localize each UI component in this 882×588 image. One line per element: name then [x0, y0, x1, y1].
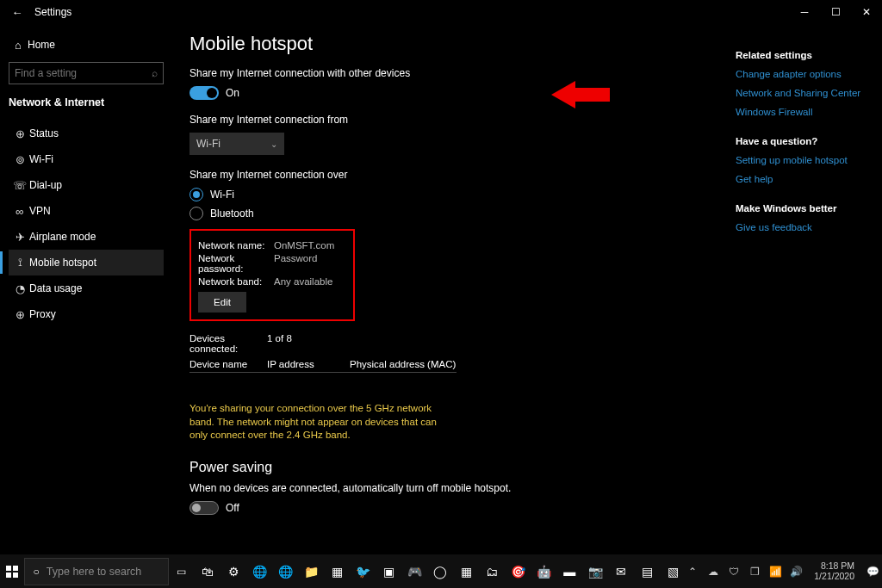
taskbar-app-icon[interactable]: 📁	[299, 558, 323, 585]
home-button[interactable]: ⌂ Home	[9, 33, 164, 57]
window-title: Settings	[34, 6, 71, 18]
nav-wifi[interactable]: ⊚ Wi-Fi	[9, 146, 164, 172]
nav-hotspot[interactable]: ⟟ Mobile hotspot	[9, 250, 164, 275]
task-view-button[interactable]: ▭	[169, 566, 194, 578]
taskbar-app-icon[interactable]: ▦	[454, 558, 478, 585]
link-feedback[interactable]: Give us feedback	[736, 222, 882, 232]
taskbar-search-placeholder: Type here to search	[47, 566, 141, 578]
tray-icon[interactable]: 🛡	[726, 566, 742, 578]
toggle-state: On	[226, 87, 239, 99]
taskbar-app-icon[interactable]: ✉	[609, 558, 633, 585]
nav-label: VPN	[29, 205, 51, 217]
search-input[interactable]	[15, 67, 135, 79]
taskbar-app-icon[interactable]: ⚙	[221, 558, 245, 585]
nav-label: Data usage	[29, 282, 82, 294]
vpn-icon: ∞	[10, 205, 29, 218]
toggle-state: Off	[226, 502, 239, 514]
nav-airplane[interactable]: ✈ Airplane mode	[9, 224, 164, 250]
nav-label: Status	[29, 127, 59, 139]
nav-vpn[interactable]: ∞ VPN	[9, 198, 164, 224]
net-password-label: Network password:	[198, 253, 274, 274]
link-setup-hotspot[interactable]: Setting up mobile hotspot	[736, 155, 882, 165]
link-sharing-center[interactable]: Network and Sharing Center	[736, 88, 882, 98]
status-icon: ⊕	[10, 127, 29, 140]
search-icon: ⌕	[152, 67, 158, 79]
net-name-value: OnMSFT.com	[274, 240, 334, 251]
link-get-help[interactable]: Get help	[736, 174, 882, 184]
tray-icon[interactable]: ⌃	[685, 566, 700, 578]
nav-proxy[interactable]: ⊕ Proxy	[9, 301, 164, 327]
from-dropdown[interactable]: Wi-Fi ⌄	[189, 133, 284, 155]
power-saving-toggle[interactable]: Off	[189, 501, 865, 515]
radio-label: Wi-Fi	[210, 189, 234, 201]
back-button[interactable]: ←	[9, 6, 26, 19]
tray-volume-icon[interactable]: 🔊	[788, 566, 804, 578]
dropdown-value: Wi-Fi	[196, 138, 220, 150]
minimize-button[interactable]: ─	[789, 0, 820, 24]
nav-dialup[interactable]: ☏ Dial-up	[9, 172, 164, 198]
link-firewall[interactable]: Windows Firewall	[736, 107, 882, 117]
taskbar-app-icon[interactable]: 🗂	[480, 558, 504, 585]
taskbar-app-icon[interactable]: 🎯	[506, 558, 530, 585]
hotspot-icon: ⟟	[10, 256, 29, 269]
search-settings[interactable]: ⌕	[9, 62, 164, 84]
network-info-box: Network name: OnMSFT.com Network passwor…	[189, 229, 355, 321]
radio-label: Bluetooth	[210, 207, 254, 220]
taskbar-app-icon[interactable]: 🤖	[531, 558, 556, 585]
taskbar-app-icon[interactable]: 🛍	[196, 558, 220, 585]
taskbar-app-icon[interactable]: ▣	[376, 558, 401, 585]
taskbar-app-icon[interactable]: ▦	[325, 558, 349, 585]
link-adapter[interactable]: Change adapter options	[736, 69, 882, 79]
svg-marker-0	[551, 81, 610, 108]
power-saving-title: Power saving	[189, 460, 865, 475]
col-device-name: Device name	[189, 359, 267, 369]
windows-icon	[6, 566, 18, 578]
taskbar-clock[interactable]: 8:18 PM 1/21/2020	[809, 561, 860, 581]
nav-datausage[interactable]: ◔ Data usage	[9, 275, 164, 301]
taskbar: ○ Type here to search ▭ 🛍 ⚙ 🌐 🌐 📁 ▦ 🐦 ▣ …	[0, 554, 882, 588]
net-band-value: Any available	[274, 276, 332, 287]
taskbar-app-icon[interactable]: 🌐	[273, 558, 297, 585]
notifications-icon[interactable]: 💬	[865, 566, 880, 578]
nav-label: Proxy	[29, 308, 56, 320]
start-button[interactable]	[0, 554, 24, 588]
taskbar-app-icon[interactable]: 📷	[583, 558, 607, 585]
taskbar-app-icon[interactable]: ▧	[661, 558, 685, 585]
taskbar-search[interactable]: ○ Type here to search	[24, 558, 170, 585]
nav-label: Wi-Fi	[29, 153, 53, 165]
taskbar-app-icon[interactable]: ▤	[635, 558, 659, 585]
question-title: Have a question?	[736, 136, 882, 146]
datausage-icon: ◔	[10, 282, 29, 295]
power-saving-label: When no devices are connected, automatic…	[189, 482, 865, 494]
radio-icon	[189, 188, 203, 201]
airplane-icon: ✈	[10, 231, 29, 244]
device-table-header: Device name IP address Physical address …	[189, 359, 457, 373]
taskbar-app-icon[interactable]: ▬	[557, 558, 581, 585]
tray-wifi-icon[interactable]: 📶	[767, 566, 783, 578]
net-name-label: Network name:	[198, 240, 274, 251]
devices-connected-label: Devices connected:	[189, 333, 267, 354]
maximize-button[interactable]: ☐	[820, 0, 851, 24]
col-ip: IP address	[267, 359, 350, 369]
nav-label: Mobile hotspot	[29, 257, 96, 269]
nav-status[interactable]: ⊕ Status	[9, 121, 164, 146]
edit-button[interactable]: Edit	[198, 292, 246, 313]
home-icon: ⌂	[9, 39, 28, 52]
svg-rect-1	[6, 566, 11, 571]
search-icon: ○	[34, 566, 40, 578]
svg-rect-4	[13, 573, 18, 578]
tray-icon[interactable]: ❐	[747, 566, 762, 578]
taskbar-app-icon[interactable]: ◯	[428, 558, 452, 585]
category-title: Network & Internet	[9, 96, 164, 108]
chevron-down-icon: ⌄	[270, 139, 277, 149]
better-title: Make Windows better	[736, 203, 882, 214]
taskbar-app-icon[interactable]: 🐦	[351, 558, 375, 585]
tray-icon[interactable]: ☁	[705, 566, 721, 578]
taskbar-app-icon[interactable]: 🌐	[247, 558, 271, 585]
col-mac: Physical address (MAC)	[350, 359, 456, 369]
toggle-switch-icon	[189, 501, 219, 515]
taskbar-app-icon[interactable]: 🎮	[402, 558, 426, 585]
date: 1/21/2020	[814, 572, 854, 582]
devices-connected-value: 1 of 8	[267, 333, 292, 354]
close-button[interactable]: ✕	[851, 0, 882, 24]
